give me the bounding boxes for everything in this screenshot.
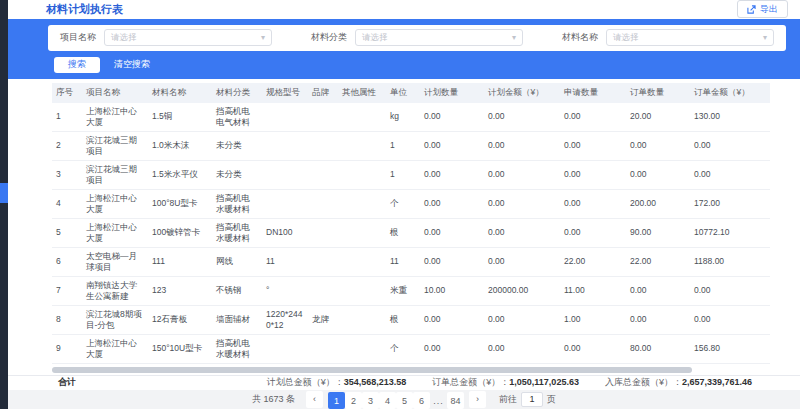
table-cell: 未分类 — [212, 131, 262, 160]
table-cell: 11 — [386, 247, 420, 276]
table-cell: 10.00 — [420, 276, 484, 305]
table-row[interactable]: 4上海松江中心大厦100°8U型卡挡高机电 水暖材料个0.000.000.002… — [52, 189, 770, 218]
table-cell: 0.00 — [690, 160, 770, 189]
table-cell: 90.00 — [626, 218, 690, 247]
table-cell: 未分类 — [212, 160, 262, 189]
next-page-button[interactable]: › — [469, 391, 486, 408]
page-button-6[interactable]: 6 — [413, 392, 430, 409]
table-cell — [338, 305, 386, 334]
table-cell: 0.00 — [484, 247, 560, 276]
table-cell: 5 — [52, 218, 82, 247]
column-header[interactable]: 单位 — [386, 83, 420, 103]
table-cell: 滨江花城三期项目 — [82, 131, 148, 160]
sidebar-collapsed[interactable] — [0, 0, 8, 409]
scrollbar-thumb[interactable] — [52, 367, 692, 373]
table-cell — [308, 160, 338, 189]
table-cell: 7 — [52, 276, 82, 305]
export-icon — [747, 5, 756, 14]
summary-item-value: 354,568,213.58 — [344, 377, 407, 387]
page-button-4[interactable]: 4 — [379, 392, 396, 409]
column-header[interactable]: 计划金额（¥） — [484, 83, 560, 103]
column-header[interactable]: 申请数量 — [560, 83, 626, 103]
table-cell — [338, 218, 386, 247]
filter-field-0: 项目名称请选择▾ — [60, 29, 272, 46]
filter-actions: 搜索 清空搜索 — [48, 51, 786, 75]
select-placeholder: 请选择 — [362, 32, 388, 44]
table-row[interactable]: 1上海松江中心大厦1.5铜挡高机电 电气材料kg0.000.000.0020.0… — [52, 103, 770, 132]
column-header[interactable]: 材料名称 — [148, 83, 212, 103]
table-cell: 挡高机电 水暖材料 — [212, 189, 262, 218]
table-cell: 0.00 — [484, 218, 560, 247]
summary-item-value: 2,657,339,761.46 — [682, 377, 752, 387]
prev-page-button[interactable]: ‹ — [306, 391, 323, 408]
table-cell: ° — [262, 276, 308, 305]
table-cell: 100°8U型卡 — [148, 189, 212, 218]
table-cell: 0.00 — [560, 160, 626, 189]
horizontal-scrollbar[interactable] — [52, 367, 770, 373]
goto-page-input[interactable] — [521, 392, 543, 407]
page-button-84[interactable]: 84 — [447, 392, 464, 409]
table-cell — [338, 103, 386, 132]
filter-select[interactable]: 请选择▾ — [606, 29, 774, 46]
table-cell: 20.00 — [626, 103, 690, 132]
select-placeholder: 请选择 — [613, 32, 639, 44]
page-button-...[interactable]: ... — [430, 392, 447, 409]
select-placeholder: 请选择 — [111, 32, 137, 44]
table-row[interactable]: 3滨江花城三期项目1.5米水平仪未分类10.000.000.000.000.00 — [52, 160, 770, 189]
column-header[interactable]: 规格型号 — [262, 83, 308, 103]
table-cell: 1220*244 0*12 — [262, 305, 308, 334]
search-button[interactable]: 搜索 — [54, 57, 100, 73]
table-cell: 上海松江中心大厦 — [82, 334, 148, 363]
pagination-total: 共 1673 条 — [252, 393, 295, 406]
table-cell: 11.00 — [560, 276, 626, 305]
page-button-1[interactable]: 1 — [328, 392, 345, 409]
column-header[interactable]: 项目名称 — [82, 83, 148, 103]
table-cell — [308, 103, 338, 132]
table-cell: 太空电梯—月球项目 — [82, 247, 148, 276]
table-cell: 0.00 — [626, 276, 690, 305]
clear-search-button[interactable]: 清空搜索 — [114, 57, 150, 73]
table-cell: 0.00 — [420, 247, 484, 276]
table-cell: 1.0米木沫 — [148, 131, 212, 160]
table-cell: 0.00 — [626, 305, 690, 334]
filter-field-2: 材料名称请选择▾ — [562, 29, 774, 46]
column-header[interactable]: 计划数量 — [420, 83, 484, 103]
table-cell: 滨江花城8期项目-分包 — [82, 305, 148, 334]
table-body: 1上海松江中心大厦1.5铜挡高机电 电气材料kg0.000.000.0020.0… — [52, 103, 770, 364]
table-cell: 22.00 — [560, 247, 626, 276]
table-row[interactable]: 7南翔镇达大学生公寓新建123不锈钢°米重10.00200000.0011.00… — [52, 276, 770, 305]
table-cell — [308, 131, 338, 160]
top-bar: 材料计划执行表 导出 — [8, 0, 800, 19]
column-header[interactable]: 品牌 — [308, 83, 338, 103]
filter-select[interactable]: 请选择▾ — [104, 29, 272, 46]
table-cell: 11 — [262, 247, 308, 276]
table-cell: 0.00 — [690, 276, 770, 305]
table-cell: 80.00 — [626, 334, 690, 363]
page-button-2[interactable]: 2 — [345, 392, 362, 409]
column-header[interactable]: 订单数量 — [626, 83, 690, 103]
summary-total-label: 合计 — [58, 376, 76, 389]
goto-label: 前往 — [499, 393, 517, 406]
page-button-5[interactable]: 5 — [396, 392, 413, 409]
column-header[interactable]: 材料分类 — [212, 83, 262, 103]
table-row[interactable]: 8滨江花城8期项目-分包12石膏板墙面辅材1220*244 0*12龙牌根0.0… — [52, 305, 770, 334]
column-header[interactable]: 订单金额（¥） — [690, 83, 770, 103]
table-row[interactable]: 5上海松江中心大厦100镀锌管卡挡高机电 水暖材料DN100根0.000.000… — [52, 218, 770, 247]
table-cell — [338, 160, 386, 189]
table-cell — [308, 189, 338, 218]
table-row[interactable]: 9上海松江中心大厦150°10U型卡挡高机电 水暖材料个0.000.000.00… — [52, 334, 770, 363]
table-cell: 1188.00 — [690, 247, 770, 276]
table-cell: 0.00 — [484, 189, 560, 218]
table-cell — [262, 189, 308, 218]
page-button-3[interactable]: 3 — [362, 392, 379, 409]
table-row[interactable]: 2滨江花城三期项目1.0米木沫未分类10.000.000.000.000.00 — [52, 131, 770, 160]
column-header[interactable]: 序号 — [52, 83, 82, 103]
filter-select[interactable]: 请选择▾ — [355, 29, 523, 46]
summary-row: 合计 计划总金额（¥）：354,568,213.58订单总金额（¥）：1,050… — [8, 375, 800, 390]
table-cell — [338, 276, 386, 305]
table-row[interactable]: 6太空电梯—月球项目111网线11110.000.0022.0022.00118… — [52, 247, 770, 276]
filter-band: 项目名称请选择▾材料分类请选择▾材料名称请选择▾ 搜索 清空搜索 — [8, 19, 800, 79]
table-cell: 0.00 — [626, 131, 690, 160]
export-button[interactable]: 导出 — [737, 0, 788, 18]
column-header[interactable]: 其他属性 — [338, 83, 386, 103]
